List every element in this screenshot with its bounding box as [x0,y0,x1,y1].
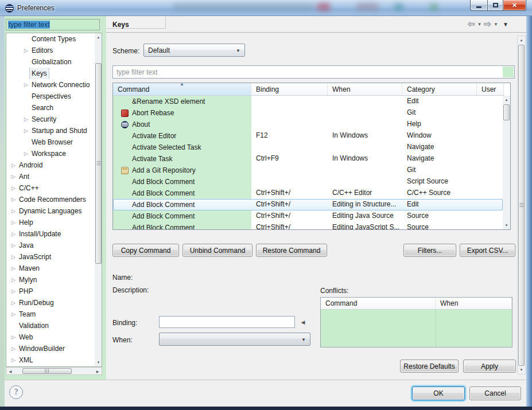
when-dropdown[interactable]: ▼ [159,333,310,346]
sidebar-item-help[interactable]: ▷Help [6,217,95,228]
scroll-left-icon[interactable]: ◀ [6,368,14,374]
sidebar-item-maven[interactable]: ▷Maven [6,263,95,274]
sidebar-item-network-connectio[interactable]: ▷Network Connectio [6,79,95,91]
table-row[interactable]: Abort RebaseGit [113,107,503,119]
window-border-right [526,16,532,407]
sidebar-item-web-browser[interactable]: Web Browser [6,136,95,148]
page-vertical-scrollbar[interactable]: ▲ ▼ [517,36,526,374]
sidebar-item-install-update[interactable]: ▷Install/Update [6,228,95,240]
restore-command-button[interactable]: Restore Command [256,244,327,257]
cancel-button[interactable]: Cancel [469,386,521,400]
command-cell: Add a Git Repository [113,165,251,176]
column-header-when[interactable]: When [328,83,402,96]
unbind-command-button[interactable]: Unbind Command [182,244,253,257]
scrollbar-thumb[interactable] [95,63,102,264]
table-row[interactable]: Add Block CommentScript Source [113,176,503,188]
sidebar-item-java[interactable]: ▷Java [6,240,95,251]
sidebar-item-startup-and-shutd[interactable]: ▷Startup and Shutd [6,125,95,136]
back-arrow-icon[interactable]: ⇦ [468,19,475,29]
scroll-right-icon[interactable]: ▶ [94,368,102,374]
column-header-user[interactable]: User [477,83,504,96]
table-row[interactable]: Add Block CommentCtrl+Shift+/C/C++ Edito… [113,188,503,199]
help-button[interactable]: ? [9,385,23,399]
binding-cell [251,176,328,188]
sidebar-item-code-recommenders[interactable]: ▷Code Recommenders [6,194,95,205]
filters-button[interactable]: Filters... [403,244,456,257]
sidebar-item-security[interactable]: ▷Security [6,114,95,125]
command-cell: Add Block Comment [113,188,251,199]
sidebar-item-content-types[interactable]: Content Types [6,33,95,45]
sidebar-item-dynamic-languages[interactable]: ▷Dynamic Languages [6,205,95,217]
scroll-up-icon[interactable]: ▲ [95,33,102,41]
table-row[interactable]: &Rename XSD elementEdit [113,96,503,107]
maximize-button[interactable] [487,0,503,11]
command-label: Add Block Comment [132,178,195,186]
scroll-down-icon[interactable]: ▼ [95,358,102,366]
description-label: Description: [112,286,149,294]
tree-horizontal-scrollbar[interactable]: ◀ ▶ [6,367,102,375]
view-menu-icon[interactable]: ▼ [503,21,508,28]
add-key-sequence-button[interactable]: ◀ [298,316,308,328]
sidebar-item-run-debug[interactable]: ▷Run/Debug [6,297,95,309]
sidebar-item-globalization[interactable]: Globalization [6,56,95,68]
table-row[interactable]: Activate Selected TaskNavigate [113,142,503,153]
button-label: OK [433,389,443,397]
table-row[interactable]: Add Block CommentCtrl+Shift+/Editing Jav… [113,222,503,229]
minimize-button[interactable] [470,0,488,11]
conflicts-column-command[interactable]: Command [321,298,436,310]
sidebar-item-label: Ant [17,171,32,182]
restore-defaults-button[interactable]: Restore Defaults [400,360,459,373]
column-header-category[interactable]: Category [402,83,477,96]
sidebar-item-validation[interactable]: Validation [6,320,95,331]
table-row[interactable]: Add Block CommentCtrl+Shift+/Editing in … [113,199,503,210]
titlebar[interactable]: Preferences ✕ [0,0,532,16]
sidebar-item-web[interactable]: ▷Web [6,331,95,343]
sidebar-item-android[interactable]: ▷Android [6,159,95,171]
scroll-down-icon[interactable]: ▼ [518,366,525,374]
table-row[interactable]: Add a Git RepositoryGit [113,165,503,176]
when-cell [328,142,402,153]
scroll-down-icon[interactable]: ▼ [503,221,510,229]
forward-history-dropdown-icon[interactable]: ▼ [494,22,498,27]
scheme-dropdown[interactable]: Default ▼ [143,44,245,57]
conflicts-column-when[interactable]: When [436,298,512,310]
sidebar-item-javascript[interactable]: ▷JavaScript [6,251,95,263]
table-row[interactable]: Activate TaskCtrl+F9In WindowsNavigate [113,153,503,165]
sidebar-item-editors[interactable]: ▷Editors [6,45,95,56]
sidebar-item-mylyn[interactable]: ▷Mylyn [6,274,95,286]
column-header-binding[interactable]: Binding [251,83,328,96]
sidebar-item-xml[interactable]: ▷XML [6,354,95,366]
apply-button[interactable]: Apply [463,360,516,373]
export-csv-button[interactable]: Export CSV... [460,244,515,257]
sidebar-item-team[interactable]: ▷Team [6,309,95,320]
sidebar-item-c-c[interactable]: ▷C/C++ [6,182,95,194]
forward-arrow-icon[interactable]: ⇨ [484,19,492,29]
table-vertical-scrollbar[interactable]: ▲ ▼ [503,96,510,229]
sidebar-item-windowbuilder[interactable]: ▷WindowBuilder [6,343,95,354]
sidebar-item-label: XML [17,354,36,366]
table-row[interactable]: AboutHelp [113,119,503,130]
table-row[interactable]: Activate EditorF12In WindowsWindow [113,130,503,142]
command-filter-input[interactable]: type filter text [112,65,515,79]
sidebar-item-workspace[interactable]: ▷Workspace [6,148,95,159]
scrollbar-thumb[interactable] [503,104,510,120]
table-row[interactable]: Add Block CommentCtrl+Shift+/Editing Jav… [113,210,503,222]
scroll-up-icon[interactable]: ▲ [503,96,510,104]
column-header-command[interactable]: Command▲ [113,83,251,96]
tree-vertical-scrollbar[interactable]: ▲ ▼ [95,33,102,366]
back-history-dropdown-icon[interactable]: ▼ [477,22,482,27]
sidebar-item-search[interactable]: Search [6,102,95,114]
close-button[interactable]: ✕ [503,0,526,11]
binding-input[interactable] [159,316,295,328]
sidebar-filter-input[interactable]: type filter text [6,19,100,30]
scrollbar-thumb[interactable] [518,45,525,366]
scrollbar-thumb[interactable] [22,368,72,374]
sidebar-item-php[interactable]: ▷PHP [6,286,95,297]
chevron-right-icon: ▷ [10,343,17,354]
ok-button[interactable]: OK [412,386,465,400]
sidebar-item-keys[interactable]: Keys [6,68,95,79]
copy-command-button[interactable]: Copy Command [112,244,179,257]
sidebar-item-perspectives[interactable]: Perspectives [6,91,95,102]
sidebar-item-ant[interactable]: ▷Ant [6,171,95,182]
scroll-up-icon[interactable]: ▲ [518,36,525,44]
